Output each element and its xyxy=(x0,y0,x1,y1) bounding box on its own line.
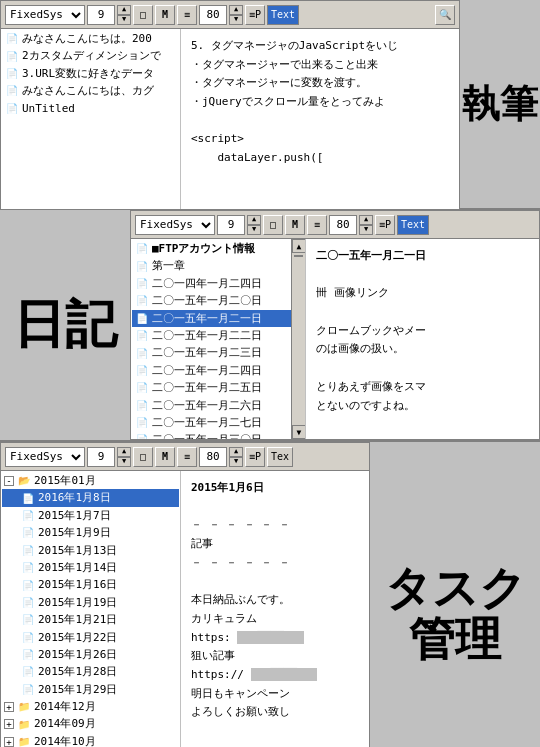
p3-tree-label-5: 2015年1月14日 xyxy=(38,560,117,575)
spin-down-2[interactable]: ▼ xyxy=(247,225,261,235)
num-spin-2[interactable]: ▲ ▼ xyxy=(359,215,373,235)
panel2-tree-scrollbar[interactable]: ▲ ▼ xyxy=(291,239,305,439)
p2-tree-item-10[interactable]: 📄 二〇一五年一月二六日 xyxy=(132,397,304,414)
p3-folder-2014-12[interactable]: + 📁 2014年12月 xyxy=(2,698,179,715)
p2-tree-item-2[interactable]: 📄 第一章 xyxy=(132,257,304,274)
num-field-3[interactable] xyxy=(199,447,227,467)
box-btn-3[interactable]: □ xyxy=(133,447,153,467)
box-btn-2[interactable]: □ xyxy=(263,215,283,235)
spin-down-1[interactable]: ▼ xyxy=(117,15,131,25)
font-size-3[interactable] xyxy=(87,447,115,467)
scroll-down-p2[interactable]: ▼ xyxy=(292,425,306,439)
m-btn-2[interactable]: M xyxy=(285,215,305,235)
p3-folder-2014-09[interactable]: + 📁 2014年09月 xyxy=(2,715,179,732)
expand-icon-2014-10[interactable]: + xyxy=(4,737,14,747)
p2-tree-item-9[interactable]: 📄 二〇一五年一月二五日 xyxy=(132,379,304,396)
p2-tree-item-12[interactable]: 📄 二〇一五年一月三〇日 xyxy=(132,431,304,439)
spin-up-1[interactable]: ▲ xyxy=(117,5,131,15)
text-btn-2[interactable]: Text xyxy=(397,215,429,235)
expand-icon-2015[interactable]: - xyxy=(4,476,14,486)
spin-down-3[interactable]: ▼ xyxy=(117,457,131,467)
arrow-btn-1[interactable]: ≡P xyxy=(245,5,265,25)
num-spin-up-3[interactable]: ▲ xyxy=(229,447,243,457)
p3-tree-item-8[interactable]: 📄 2015年1月21日 xyxy=(2,611,179,628)
p2-tree-label-1: ■FTPアカウント情報 xyxy=(152,241,256,256)
lines-btn-2[interactable]: ≡ xyxy=(307,215,327,235)
p3-tree-item-11[interactable]: 📄 2015年1月28日 xyxy=(2,663,179,680)
spin-up-3[interactable]: ▲ xyxy=(117,447,131,457)
panel2-body: 📄 ■FTPアカウント情報 📄 第一章 📄 二〇一四年一月二四日 📄 二〇一五年… xyxy=(131,239,539,439)
num-spin-3[interactable]: ▲ ▼ xyxy=(229,447,243,467)
tree-item-1[interactable]: 📄 みなさんこんにちは。200 xyxy=(2,30,179,47)
search-btn-1[interactable]: 🔍 xyxy=(435,5,455,25)
num-spin-up-1[interactable]: ▲ xyxy=(229,5,243,15)
p3-tree-item-12[interactable]: 📄 2015年1月29日 xyxy=(2,681,179,698)
p2-tree-item-1[interactable]: 📄 ■FTPアカウント情報 xyxy=(132,240,304,257)
tree-item-4[interactable]: 📄 みなさんこんにちは、カグ xyxy=(2,82,179,99)
p3-tree-item-3[interactable]: 📄 2015年1月9日 xyxy=(2,524,179,541)
p2-tree-item-8[interactable]: 📄 二〇一五年一月二四日 xyxy=(132,362,304,379)
font-size-spin-3[interactable]: ▲ ▼ xyxy=(117,447,131,467)
arrow-btn-2[interactable]: ≡P xyxy=(375,215,395,235)
p3-tree-item-2[interactable]: 📄 2015年1月7日 xyxy=(2,507,179,524)
p2-tree-item-7[interactable]: 📄 二〇一五年一月二三日 xyxy=(132,344,304,361)
p3-tree-item-6[interactable]: 📄 2015年1月16日 xyxy=(2,576,179,593)
lines-btn-1[interactable]: ≡ xyxy=(177,5,197,25)
doc-icon-p2-3: 📄 xyxy=(134,276,150,290)
panel2-tree[interactable]: 📄 ■FTPアカウント情報 📄 第一章 📄 二〇一四年一月二四日 📄 二〇一五年… xyxy=(131,239,306,439)
box-btn-1[interactable]: □ xyxy=(133,5,153,25)
num-spin-up-2[interactable]: ▲ xyxy=(359,215,373,225)
panel3-tree[interactable]: - 📂 2015年01月 📄 2016年1月8日 📄 2015年1月7日 xyxy=(1,471,181,747)
p2-tree-item-5[interactable]: 📄 二〇一五年一月二一日 xyxy=(132,310,304,327)
num-spin-down-3[interactable]: ▼ xyxy=(229,457,243,467)
m-btn-3[interactable]: M xyxy=(155,447,175,467)
p2-tree-item-4[interactable]: 📄 二〇一五年一月二〇日 xyxy=(132,292,304,309)
p2-tree-label-6: 二〇一五年一月二二日 xyxy=(152,328,262,343)
p3-tree-item-9[interactable]: 📄 2015年1月22日 xyxy=(2,629,179,646)
font-size-1[interactable] xyxy=(87,5,115,25)
num-spin-down-2[interactable]: ▼ xyxy=(359,225,373,235)
font-size-spin-2[interactable]: ▲ ▼ xyxy=(247,215,261,235)
p3-folder-2014-10[interactable]: + 📁 2014年10月 xyxy=(2,733,179,747)
font-select-2[interactable]: FixedSys xyxy=(135,215,215,235)
text-btn-1[interactable]: Text xyxy=(267,5,299,25)
spin-up-2[interactable]: ▲ xyxy=(247,215,261,225)
p3-tree-item-4[interactable]: 📄 2015年1月13日 xyxy=(2,542,179,559)
doc-icon-p3-3: 📄 xyxy=(20,526,36,540)
panel3-body: - 📂 2015年01月 📄 2016年1月8日 📄 2015年1月7日 xyxy=(1,471,369,747)
tree-item-2[interactable]: 📄 2カスタムディメンションで xyxy=(2,47,179,64)
p3-tree-item-10[interactable]: 📄 2015年1月26日 xyxy=(2,646,179,663)
m-btn-1[interactable]: M xyxy=(155,5,175,25)
font-size-spin-1[interactable]: ▲ ▼ xyxy=(117,5,131,25)
scroll-thumb-p2[interactable] xyxy=(294,255,303,257)
p2-tree-item-11[interactable]: 📄 二〇一五年一月二七日 xyxy=(132,414,304,431)
panel1-tree[interactable]: 📄 みなさんこんにちは。200 📄 2カスタムディメンションで 📄 3.URL変… xyxy=(1,29,181,209)
p3-tree-item-5[interactable]: 📄 2015年1月14日 xyxy=(2,559,179,576)
doc-icon-1: 📄 xyxy=(4,32,20,46)
num-field-2[interactable] xyxy=(329,215,357,235)
lines-btn-3[interactable]: ≡ xyxy=(177,447,197,467)
tree-item-3[interactable]: 📄 3.URL変数に好きなデータ xyxy=(2,65,179,82)
font-select-1[interactable]: FixedSys xyxy=(5,5,85,25)
p3-folder-2015-01[interactable]: - 📂 2015年01月 xyxy=(2,472,179,489)
arrow-btn-3[interactable]: ≡P xyxy=(245,447,265,467)
expand-icon-2014-09[interactable]: + xyxy=(4,719,14,729)
expand-icon-2014-12[interactable]: + xyxy=(4,702,14,712)
num-spin-1[interactable]: ▲ ▼ xyxy=(229,5,243,25)
tree-label-1: みなさんこんにちは。200 xyxy=(22,31,152,46)
p3-tree-item-7[interactable]: 📄 2015年1月19日 xyxy=(2,594,179,611)
font-size-2[interactable] xyxy=(217,215,245,235)
scroll-up-p2[interactable]: ▲ xyxy=(292,239,306,253)
text-btn-3[interactable]: Tex xyxy=(267,447,293,467)
p2-tree-item-6[interactable]: 📄 二〇一五年一月二二日 xyxy=(132,327,304,344)
font-select-3[interactable]: FixedSys xyxy=(5,447,85,467)
num-spin-down-1[interactable]: ▼ xyxy=(229,15,243,25)
num-field-1[interactable] xyxy=(199,5,227,25)
tree-item-5[interactable]: 📄 UnTitled xyxy=(2,100,179,117)
doc-icon-3: 📄 xyxy=(4,66,20,80)
p3-tree-item-1[interactable]: 📄 2016年1月8日 xyxy=(2,489,179,506)
p3-tree-label-folder: 2015年01月 xyxy=(34,473,96,488)
panel3-content: 2015年1月6日 － － － － － － 記事 － － － － － － 本日納… xyxy=(181,471,369,747)
p2-tree-item-3[interactable]: 📄 二〇一四年一月二四日 xyxy=(132,275,304,292)
doc-icon-p2-10: 📄 xyxy=(134,398,150,412)
